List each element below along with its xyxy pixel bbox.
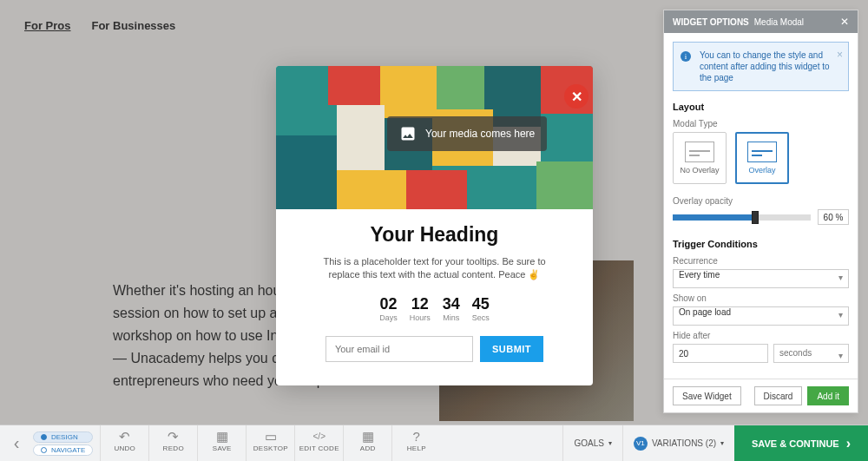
hide-after-unit[interactable]: seconds (773, 344, 849, 363)
tool-redo[interactable]: ↷REDO (148, 425, 197, 461)
section-trigger: Trigger Conditions (673, 239, 849, 249)
widget-options-panel: WIDGET OPTIONS Media Modal ✕ i You can t… (663, 10, 858, 413)
tool-undo[interactable]: ↶UNDO (100, 425, 148, 461)
label-overlay-opacity: Overlay opacity (673, 196, 849, 206)
tool-save[interactable]: ▦SAVE (197, 425, 246, 461)
save-continue-button[interactable]: SAVE & CONTINUE› (734, 425, 868, 461)
info-icon: i (681, 51, 691, 62)
show-on-select[interactable]: On page load (673, 306, 849, 326)
media-modal: Your media comes here Your Heading This … (276, 66, 593, 385)
modal-placeholder-text[interactable]: This is a placeholder text for your tool… (307, 255, 562, 281)
top-nav: For Pros For Businesses (24, 19, 175, 32)
save-widget-button[interactable]: Save Widget (673, 386, 741, 405)
submit-button[interactable]: SUBMIT (480, 336, 543, 362)
tool-help[interactable]: ?HELP (391, 425, 440, 461)
editor-bottom-bar: ‹ DESIGN NAVIGATE ↶UNDO ↷REDO ▦SAVE ▭DES… (0, 425, 868, 461)
variations-menu[interactable]: V1VARIATIONS (2)▾ (622, 425, 734, 461)
close-modal-button[interactable]: ✕ (564, 84, 589, 109)
label-recurrence: Recurrence (673, 256, 849, 266)
section-layout: Layout (673, 102, 849, 112)
nav-for-pros[interactable]: For Pros (24, 19, 70, 32)
recurrence-select[interactable]: Every time (673, 269, 849, 288)
mode-navigate[interactable]: NAVIGATE (33, 445, 93, 456)
opacity-value[interactable]: 60 % (818, 209, 849, 225)
countdown: 02Days 12Hours 34Mins 45Secs (295, 295, 574, 322)
dismiss-info-icon[interactable]: × (837, 49, 843, 61)
media-placeholder-hint: Your media comes here (387, 116, 547, 151)
discard-button[interactable]: Discard (754, 386, 803, 405)
goals-menu[interactable]: GOALS▾ (562, 425, 621, 461)
add-it-button[interactable]: Add it (807, 386, 849, 405)
email-input[interactable] (326, 336, 473, 362)
modal-media-area[interactable]: Your media comes here (276, 66, 593, 209)
option-overlay[interactable]: Overlay (735, 132, 789, 184)
tool-add[interactable]: ▦ADD (343, 425, 391, 461)
mode-design[interactable]: DESIGN (33, 431, 93, 443)
close-panel-button[interactable]: ✕ (840, 16, 849, 28)
panel-header: WIDGET OPTIONS Media Modal ✕ (664, 10, 858, 33)
tool-edit-code[interactable]: </>EDIT CODE (294, 425, 343, 461)
info-banner: i You can to change the style and conten… (673, 42, 849, 91)
label-modal-type: Modal Type (673, 119, 849, 128)
option-no-overlay[interactable]: No Overlay (673, 132, 727, 184)
back-button[interactable]: ‹ (0, 433, 33, 453)
hide-after-input[interactable] (673, 344, 768, 363)
tool-desktop[interactable]: ▭DESKTOP (246, 425, 294, 461)
image-icon (399, 125, 417, 142)
opacity-slider[interactable] (673, 214, 811, 221)
label-show-on: Show on (673, 293, 849, 303)
modal-heading[interactable]: Your Heading (295, 223, 574, 247)
nav-for-businesses[interactable]: For Businesses (91, 19, 175, 32)
label-hide-after: Hide after (673, 331, 849, 340)
